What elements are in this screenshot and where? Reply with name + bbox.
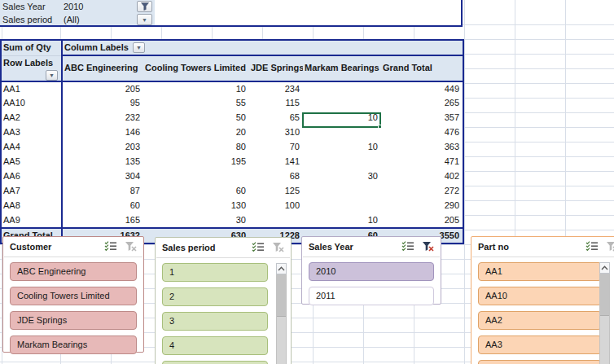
data-cell[interactable]: 125 [249,184,303,199]
data-cell[interactable] [249,213,303,228]
data-cell[interactable]: 100 [249,199,303,213]
row-label[interactable]: AA10 [1,96,62,111]
data-cell[interactable]: 95 [62,96,143,111]
data-cell[interactable]: 357 [381,111,463,125]
slicer-item[interactable]: 1 [162,263,268,282]
data-cell[interactable]: 50 [143,111,249,125]
data-cell[interactable]: 205 [381,213,463,228]
data-cell[interactable]: 363 [381,140,463,155]
multi-select-icon[interactable] [104,241,117,252]
data-cell[interactable]: 65 [249,111,303,125]
column-header[interactable]: Grand Total [381,55,463,81]
scrollbar-track[interactable] [276,274,287,364]
data-cell[interactable]: 165 [62,213,143,228]
filter-funnel-icon[interactable] [137,1,152,12]
slicer-item[interactable]: 2011 [309,287,434,305]
data-cell[interactable]: 402 [381,169,463,184]
row-label[interactable]: AA8 [1,199,62,213]
filter-label[interactable]: Sales Year [2,0,61,13]
slicer-item[interactable]: 2 [162,287,268,306]
data-cell[interactable]: 130 [143,199,249,213]
data-cell[interactable]: 146 [62,125,143,140]
data-cell[interactable]: 135 [62,155,143,169]
data-cell[interactable]: 290 [381,199,463,213]
row-labels-dropdown-icon[interactable]: ▼ [46,70,58,81]
data-cell[interactable]: 471 [381,155,463,169]
multi-select-icon[interactable] [401,241,414,252]
clear-filter-icon[interactable] [606,241,614,253]
column-header[interactable]: JDE Springs [249,55,303,81]
scrollbar-up-icon[interactable] [599,262,610,274]
data-cell[interactable]: 20 [143,125,249,140]
dropdown-arrow-icon[interactable]: ▼ [137,14,152,25]
slicer-item[interactable]: AA3 [478,335,602,354]
slicer-item[interactable]: AA10 [478,287,602,305]
multi-select-icon[interactable] [252,242,265,253]
slicer-item[interactable]: AA4 [478,360,602,364]
data-cell[interactable]: 310 [249,125,303,140]
slicer-item[interactable]: JDE Springs [10,311,137,330]
data-cell[interactable]: 80 [143,140,249,155]
measure-label-cell[interactable]: Sum of Qty [1,40,62,55]
slicer-header[interactable]: Sales Year [303,237,440,257]
data-cell[interactable] [303,155,381,169]
data-cell[interactable] [303,96,381,111]
data-cell[interactable]: 141 [249,155,303,169]
row-label[interactable]: AA9 [1,213,62,228]
slicer-item[interactable]: 3 [162,312,268,331]
data-cell[interactable]: 70 [249,140,303,155]
row-label[interactable]: AA1 [1,81,62,96]
data-cell[interactable]: 10 [303,140,381,155]
slicer-item[interactable]: Markam Bearings [10,335,137,354]
row-label[interactable]: AA6 [1,169,62,184]
data-cell[interactable]: 10 [303,213,381,228]
slicer-item[interactable]: ABC Engineering [10,262,137,281]
data-cell[interactable] [303,184,381,199]
data-cell[interactable]: 232 [62,111,143,125]
slicer-item[interactable]: 5 [162,361,268,364]
data-cell[interactable]: 203 [62,140,143,155]
clear-filter-icon[interactable] [272,242,284,254]
row-label[interactable]: AA2 [1,111,62,125]
slicer-item[interactable]: AA2 [478,311,602,330]
data-cell[interactable]: 115 [249,96,303,111]
data-cell[interactable]: 10 [143,81,249,96]
slicer-scrollbar[interactable] [599,262,610,364]
data-cell[interactable]: 449 [381,81,463,96]
slicer-item[interactable]: AA1 [478,262,602,281]
clear-filter-icon[interactable] [125,241,137,253]
scrollbar-track[interactable] [599,274,610,364]
data-cell[interactable]: 87 [62,184,143,199]
data-cell[interactable]: 30 [143,213,249,228]
data-cell[interactable]: 265 [381,96,463,111]
multi-select-icon[interactable] [585,241,599,252]
data-cell[interactable]: 60 [143,184,249,199]
slicer-header[interactable]: Sales period [156,238,290,258]
data-cell[interactable]: 60 [62,199,143,213]
slicer-scrollbar[interactable] [276,263,287,364]
slicer-header[interactable]: Part no [472,237,614,257]
data-cell[interactable]: 476 [381,125,463,140]
filter-value[interactable]: (All) [64,13,135,26]
row-label[interactable]: AA7 [1,184,62,199]
slicer-item[interactable]: 2010 [309,262,434,281]
data-cell[interactable] [143,169,249,184]
slicer-header[interactable]: Customer [4,237,143,257]
filter-label[interactable]: Sales period [2,13,61,26]
selected-cell[interactable] [302,112,381,128]
row-label[interactable]: AA4 [1,140,62,155]
clear-filter-icon[interactable] [422,241,434,253]
slicer-item[interactable]: 4 [162,336,268,355]
fill-handle[interactable] [378,125,382,129]
data-cell[interactable]: 55 [143,96,249,111]
filter-value[interactable]: 2010 [64,0,135,13]
row-labels-cell[interactable]: Row Labels▼ [1,55,62,81]
column-header[interactable]: ABC Engineering [62,55,143,81]
data-cell[interactable]: 205 [62,81,143,96]
row-label[interactable]: AA3 [1,125,62,140]
data-cell[interactable] [303,81,381,96]
data-cell[interactable]: 234 [249,81,303,96]
row-label[interactable]: AA5 [1,155,62,169]
data-cell[interactable] [303,199,381,213]
column-labels-dropdown-icon[interactable]: ▼ [133,42,145,53]
